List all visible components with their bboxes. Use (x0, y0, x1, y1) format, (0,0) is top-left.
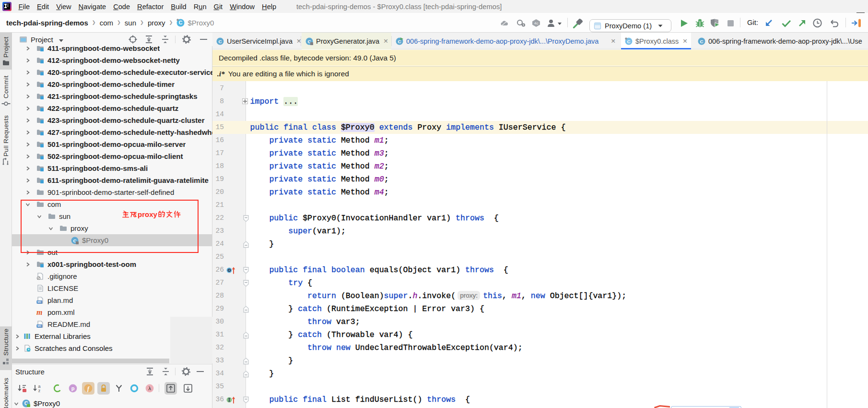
svg-text:C: C (218, 38, 222, 44)
svg-text:C: C (627, 38, 630, 44)
svg-text:MD: MD (37, 324, 41, 327)
svg-text:C: C (700, 38, 703, 44)
svg-text:C: C (179, 20, 183, 25)
svg-text:4c: 4c (534, 21, 538, 25)
svg-text:p: p (71, 385, 75, 391)
svg-text:λ: λ (148, 385, 151, 391)
svg-text:MD: MD (37, 300, 41, 303)
svg-text:z: z (38, 388, 41, 393)
